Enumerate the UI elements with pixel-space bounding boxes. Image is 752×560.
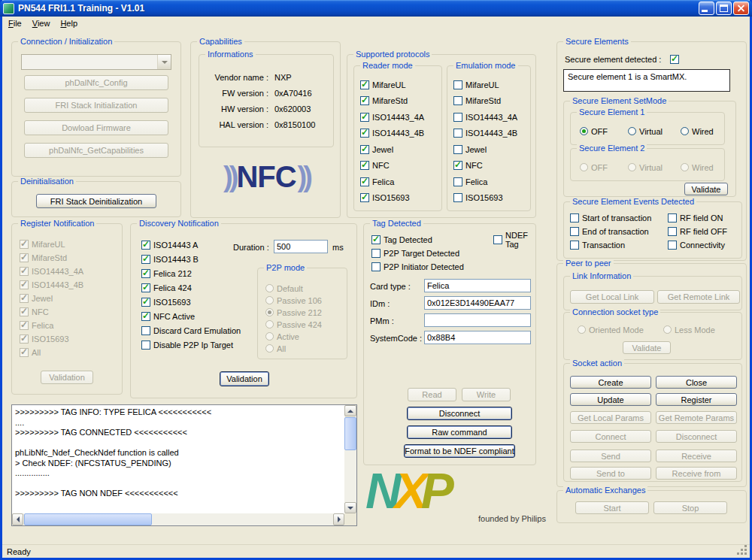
- dowload-firmware-button[interactable]: Dowload Firmware: [24, 120, 168, 135]
- register-all-checkbox[interactable]: All: [20, 347, 41, 358]
- se1-virtual-radio[interactable]: Virtual: [628, 126, 663, 136]
- connect-button[interactable]: Connect: [570, 430, 651, 443]
- discovery-felica424-checkbox[interactable]: Felica 424: [141, 283, 192, 293]
- get-remote-link-button[interactable]: Get Remote Link: [657, 290, 740, 304]
- register-mifarestd-checkbox[interactable]: MifareStd: [20, 253, 67, 263]
- emulation-felica-checkbox[interactable]: Felica: [453, 177, 487, 187]
- tag-detected-checkbox[interactable]: Tag Detected: [371, 235, 432, 245]
- scroll-up-button[interactable]: [344, 405, 356, 416]
- rf-field-on-checkbox[interactable]: RF field ON: [668, 213, 723, 223]
- p2p-mode-passive424-radio[interactable]: Passive 424: [265, 319, 322, 329]
- emulation-mifarestd-checkbox[interactable]: MifareStd: [453, 95, 501, 106]
- emulation-iso14443-4a-checkbox[interactable]: ISO14443_4A: [453, 112, 517, 123]
- pmm-field[interactable]: [424, 313, 531, 327]
- reader-mifareul-checkbox[interactable]: MifareUL: [360, 80, 406, 90]
- stop-button[interactable]: Stop: [653, 501, 727, 514]
- combo-dropdown-icon[interactable]: [157, 55, 171, 69]
- duration-input[interactable]: [274, 240, 328, 253]
- register-nfc-checkbox[interactable]: NFC: [20, 307, 49, 317]
- reader-iso15693-checkbox[interactable]: ISO15693: [360, 192, 410, 203]
- register-validation-button[interactable]: Validation: [41, 371, 93, 384]
- start-of-transaction-checkbox[interactable]: Start of transaction: [570, 213, 651, 223]
- se2-virtual-radio[interactable]: Virtual: [628, 162, 663, 172]
- register-iso14443-4b-checkbox[interactable]: ISO14443_4B: [20, 280, 83, 290]
- hscroll-thumb[interactable]: [24, 513, 152, 525]
- discovery-nfc-active-checkbox[interactable]: NFC Active: [141, 311, 195, 322]
- menu-view[interactable]: View: [27, 17, 56, 29]
- reader-iso14443-4b-checkbox[interactable]: ISO14443_4B: [360, 128, 424, 138]
- menu-help[interactable]: Help: [55, 17, 83, 29]
- rf-field-off-checkbox[interactable]: RF field OFF: [668, 226, 727, 237]
- se2-off-radio[interactable]: OFF: [580, 162, 608, 172]
- p2p-initiator-detected-checkbox[interactable]: P2P Initiator Detected: [371, 262, 464, 272]
- reader-nfc-checkbox[interactable]: NFC: [360, 160, 390, 171]
- fri-stack-deinitialization-button[interactable]: FRI Stack Deinitialization: [36, 194, 156, 208]
- register-iso14443-4a-checkbox[interactable]: ISO14443_4A: [20, 266, 83, 277]
- scroll-left-button[interactable]: [12, 513, 23, 525]
- emulation-mifareul-checkbox[interactable]: MifareUL: [453, 80, 499, 90]
- discovery-iso14443a-checkbox[interactable]: ISO14443 A: [141, 240, 198, 250]
- disconnect-button[interactable]: Disconnect: [407, 407, 512, 420]
- socket-validate-button[interactable]: Validate: [623, 341, 671, 354]
- phdalnfc-config-button[interactable]: phDalNfc_Config: [24, 75, 168, 90]
- get-local-link-button[interactable]: Get Local Link: [570, 290, 654, 304]
- scroll-down-button[interactable]: [344, 502, 356, 513]
- discovery-felica212-checkbox[interactable]: Felica 212: [141, 268, 192, 279]
- connectivity-checkbox[interactable]: Connectivity: [668, 240, 725, 250]
- ndef-tag-checkbox[interactable]: NDEF Tag: [493, 235, 535, 245]
- p2p-target-detected-checkbox[interactable]: P2P Target Detected: [371, 248, 459, 259]
- vscroll-thumb[interactable]: [344, 417, 356, 450]
- fri-stack-initialization-button[interactable]: FRI Stack Initialization: [24, 98, 168, 113]
- systemcode-field[interactable]: [424, 331, 531, 344]
- disconnect-socket-button[interactable]: Disconnect: [656, 430, 737, 443]
- se1-wired-radio[interactable]: Wired: [681, 126, 714, 136]
- end-of-transaction-checkbox[interactable]: End of transaction: [570, 226, 649, 237]
- send-button[interactable]: Send: [570, 450, 651, 462]
- emulation-nfc-checkbox[interactable]: NFC: [453, 160, 483, 171]
- resize-grip[interactable]: [744, 552, 747, 555]
- discovery-validation-button[interactable]: Validation: [220, 371, 269, 386]
- less-mode-radio[interactable]: Less Mode: [663, 325, 715, 334]
- disable-p2p-ip-target-checkbox[interactable]: Disable P2P Ip Target: [141, 340, 233, 350]
- emulation-jewel-checkbox[interactable]: Jewel: [453, 144, 487, 155]
- register-jewel-checkbox[interactable]: Jewel: [20, 293, 53, 304]
- transaction-checkbox[interactable]: Transaction: [570, 240, 625, 250]
- format-ndef-button[interactable]: Format to be NDEF compliant: [404, 444, 515, 458]
- idm-field[interactable]: [424, 296, 531, 310]
- p2p-mode-passive106-radio[interactable]: Passive 106: [265, 295, 322, 305]
- setmode-validate-button[interactable]: Validate: [684, 183, 728, 195]
- card-type-field[interactable]: [424, 279, 531, 292]
- register-iso15693-checkbox[interactable]: ISO15693: [20, 334, 69, 344]
- p2p-mode-all-radio[interactable]: All: [265, 344, 286, 353]
- discard-card-emulation-checkbox[interactable]: Discard Card Emulation: [141, 325, 241, 336]
- log-vscrollbar[interactable]: [344, 405, 356, 513]
- send-to-button[interactable]: Send to: [570, 467, 651, 480]
- update-button[interactable]: Update: [570, 393, 651, 406]
- p2p-mode-active-radio[interactable]: Active: [265, 331, 299, 341]
- receive-button[interactable]: Receive: [656, 450, 737, 462]
- get-remote-params-button[interactable]: Get Remote Params: [656, 411, 737, 424]
- register-mifareul-checkbox[interactable]: MifareUL: [20, 239, 65, 250]
- reader-jewel-checkbox[interactable]: Jewel: [360, 144, 393, 155]
- emulation-iso15693-checkbox[interactable]: ISO15693: [453, 192, 503, 203]
- raw-command-button[interactable]: Raw command: [407, 425, 512, 439]
- close-socket-button[interactable]: Close: [656, 376, 737, 389]
- close-button[interactable]: [733, 2, 749, 15]
- se1-off-radio[interactable]: OFF: [580, 126, 608, 136]
- create-button[interactable]: Create: [570, 376, 651, 389]
- log-hscrollbar[interactable]: [12, 513, 344, 525]
- menu-file[interactable]: File: [3, 17, 27, 29]
- write-button[interactable]: Write: [462, 388, 511, 401]
- emulation-iso14443-4b-checkbox[interactable]: ISO14443_4B: [453, 128, 517, 138]
- reader-mifarestd-checkbox[interactable]: MifareStd: [360, 95, 408, 106]
- phdalnfc-getcapabilities-button[interactable]: phDalNfc_GetCapabilities: [24, 143, 168, 158]
- p2p-mode-default-radio[interactable]: Default: [265, 283, 303, 293]
- scroll-right-button[interactable]: [333, 513, 344, 525]
- reader-iso14443-4a-checkbox[interactable]: ISO14443_4A: [360, 112, 424, 123]
- se2-wired-radio[interactable]: Wired: [681, 162, 714, 172]
- minimize-button[interactable]: [699, 2, 714, 15]
- titlebar[interactable]: PN544 FRI1.1 Training - V1.01: [0, 0, 752, 17]
- maximize-button[interactable]: [716, 2, 732, 15]
- read-button[interactable]: Read: [408, 388, 456, 401]
- discovery-iso15693-checkbox[interactable]: ISO15693: [141, 297, 191, 307]
